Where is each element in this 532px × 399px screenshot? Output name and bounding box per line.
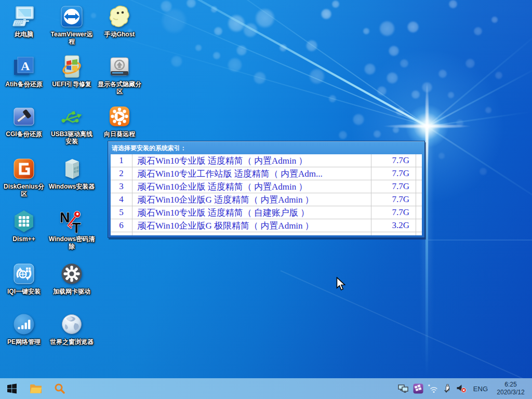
desktop-icon-atih-backup[interactable]: A Atih备份还原	[0, 54, 48, 88]
table-row[interactable]: 5 顽石Win10专业版 适度精简（ 自建账户版 ） 7.7G	[111, 206, 422, 219]
desktop-icon-password-clear[interactable]: N T Windows密码清除	[48, 209, 96, 250]
row-size: 7.7G	[371, 180, 416, 193]
system-index-select-dialog: 请选择要安装的系统索引： 1 顽石Win10专业版 适度精简（ 内置Admin …	[108, 141, 425, 238]
icon-label: 向日葵远程	[104, 130, 135, 138]
arrow-cursor-icon	[335, 277, 347, 290]
gear-icon	[59, 261, 84, 286]
windows-flag-repair-icon	[59, 54, 84, 79]
desktop-icon-teamviewer[interactable]: TeamViewer远程	[48, 4, 96, 45]
table-row[interactable]: 1 顽石Win10专业版 适度精简（ 内置Admin ） 7.7G	[111, 154, 422, 167]
row-size: 7.7G	[371, 167, 416, 180]
usb-tray-icon[interactable]	[443, 384, 451, 393]
teamviewer-icon	[59, 4, 84, 29]
table-row[interactable]: 2 顽石Win10专业工作站版 适度精简（ 内置Adm... 7.7G	[111, 167, 422, 180]
desktop-icon-cgi-backup[interactable]: CGI备份还原	[0, 104, 48, 138]
icon-label: 世界之窗浏览器	[50, 338, 94, 345]
desktop-icon-windows-installer[interactable]: Windows安装器	[48, 156, 96, 190]
file-explorer-button[interactable]	[24, 378, 48, 399]
row-name: 顽石Win10专业版 适度精简（ 内置Admin ）	[132, 154, 371, 167]
svg-text:*: *	[428, 384, 430, 389]
row-size: 7.7G	[371, 154, 416, 167]
row-spacer	[371, 232, 416, 235]
sunflower-icon	[107, 104, 132, 129]
row-spacer	[111, 232, 132, 235]
row-name: 顽石Win10专业工作站版 适度精简（ 内置Adm...	[132, 167, 371, 180]
table-row[interactable]: 4 顽石Win10企业版G 适度精简（ 内置Admin ） 7.7G	[111, 193, 422, 206]
row-spacer	[132, 232, 371, 235]
desktop-icon-iqi-install[interactable]: IQI一键安装	[0, 261, 48, 295]
signal-bars-icon	[11, 312, 36, 337]
desktop-icon-sunflower-remote[interactable]: 向日葵远程	[96, 104, 143, 138]
diskgenius-icon	[11, 156, 36, 181]
icon-label: Windows密码清除	[48, 235, 95, 250]
icon-label: 此电脑	[15, 31, 33, 38]
row-index: 3	[111, 180, 132, 193]
desktop-icon-nic-driver[interactable]: 加载网卡驱动	[48, 261, 96, 295]
clock-time: 6:25	[495, 381, 527, 389]
desktop-icon-uefi-repair[interactable]: UEFI引导修复	[48, 54, 96, 88]
acronis-icon: A	[11, 54, 36, 79]
row-index: 6	[111, 219, 132, 232]
table-filler-row	[111, 232, 422, 235]
computer-icon	[11, 4, 36, 29]
drive-arrow-icon	[107, 54, 132, 79]
desktop-icon-pe-network[interactable]: PE网络管理	[0, 312, 48, 345]
row-spacer	[416, 180, 422, 193]
row-name: 顽石Win10专业版 适度精简（ 自建账户版 ）	[132, 206, 371, 219]
icon-label: 加载网卡驱动	[53, 288, 90, 295]
row-size: 7.7G	[371, 206, 416, 219]
search-button[interactable]	[48, 378, 72, 399]
language-indicator[interactable]: ENG	[473, 385, 488, 393]
folder-icon	[30, 384, 42, 394]
row-name: 顽石Win10企业版 适度精简（ 内置Admin ）	[132, 180, 371, 193]
desktop-icon-this-pc[interactable]: 此电脑	[0, 4, 48, 38]
table-row[interactable]: 3 顽石Win10企业版 适度精简（ 内置Admin ） 7.7G	[111, 180, 422, 193]
windows-logo-icon	[7, 383, 17, 394]
search-icon	[54, 383, 65, 394]
svg-text:T: T	[72, 220, 81, 234]
wifi-tray-icon[interactable]: *	[428, 384, 438, 393]
globe-icon	[59, 312, 84, 337]
nt-key-icon: N T	[59, 209, 84, 234]
desktop-icon-usb3-driver[interactable]: USB3驱动离线安装	[48, 104, 96, 145]
icon-label: DiskGenius分区	[1, 183, 47, 197]
row-spacer	[416, 232, 422, 235]
row-spacer	[416, 206, 422, 219]
icon-label: Dism++	[12, 235, 35, 243]
row-spacer	[416, 154, 422, 167]
volume-muted-tray-icon[interactable]	[456, 384, 467, 393]
desktop-icon-browser[interactable]: 世界之窗浏览器	[48, 312, 96, 345]
hexagon-grid-icon	[11, 209, 36, 234]
pe-desktop-screen: 此电脑 TeamViewer远程 手动Ghost A Atih备份还原	[0, 0, 532, 399]
svg-text:A: A	[21, 59, 30, 73]
row-name: 顽石Win10企业版G 适度精简（ 内置Admin ）	[132, 193, 371, 206]
clock-date: 2020/3/12	[495, 389, 527, 396]
row-size: 3.2G	[371, 219, 416, 232]
row-spacer	[416, 219, 422, 232]
icon-label: 手动Ghost	[104, 31, 135, 38]
svg-text:N: N	[60, 210, 70, 225]
row-index: 2	[111, 167, 132, 180]
pe-tool-tray-icon[interactable]	[413, 383, 423, 394]
ghost-icon	[107, 4, 132, 29]
desktop-icon-manual-ghost[interactable]: 手动Ghost	[96, 4, 143, 38]
icon-label: IQI一键安装	[7, 288, 41, 295]
table-row[interactable]: 6 顽石Win10企业版G 极限精简（ 内置Admin ） 3.2G	[111, 219, 422, 232]
row-spacer	[416, 193, 422, 206]
row-spacer	[416, 167, 422, 180]
desktop-icon-diskgenius[interactable]: DiskGenius分区	[0, 156, 48, 197]
install-box-icon	[59, 156, 84, 181]
mouse-cursor	[335, 277, 347, 292]
start-button[interactable]	[0, 378, 24, 399]
clock[interactable]: 6:25 2020/3/12	[495, 381, 527, 396]
system-tray: * ENG 6:25 2020/3/12	[398, 381, 532, 396]
system-index-table: 1 顽石Win10专业版 适度精简（ 内置Admin ） 7.7G 2 顽石Wi…	[111, 154, 422, 235]
refresh-grid-icon	[11, 261, 36, 286]
network-tray-icon[interactable]	[398, 384, 408, 393]
dialog-title: 请选择要安装的系统索引：	[108, 141, 424, 154]
desktop-icon-dism[interactable]: Dism++	[0, 209, 48, 243]
row-index: 5	[111, 206, 132, 219]
row-index: 1	[111, 154, 132, 167]
desktop-icon-show-hidden-partitions[interactable]: 显示各式隐藏分区	[96, 54, 143, 95]
icon-label: Windows安装器	[49, 183, 95, 190]
